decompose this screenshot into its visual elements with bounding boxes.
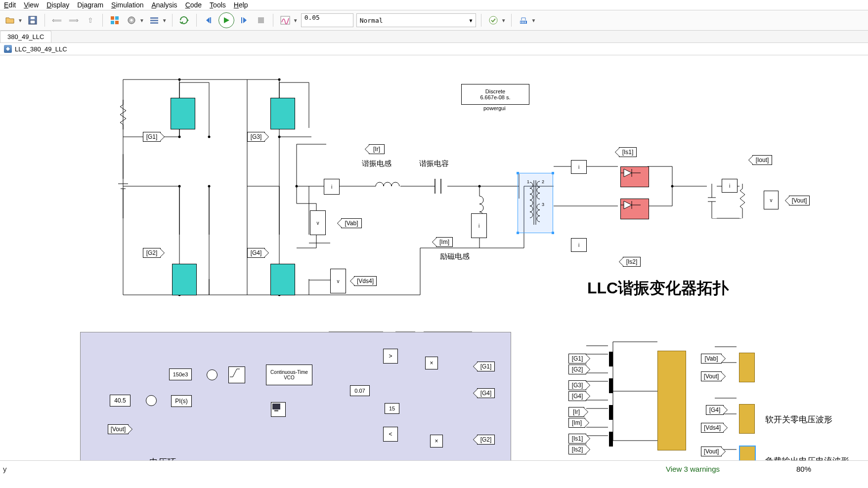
menu-display[interactable]: Display	[46, 1, 69, 9]
menu-view[interactable]: View	[24, 1, 39, 9]
mux1[interactable]	[609, 352, 613, 366]
saturation-block[interactable]	[228, 366, 245, 383]
current-meas-is2[interactable]: i	[571, 238, 587, 252]
sc2-vout[interactable]: [Vout]	[701, 371, 722, 381]
const-k1[interactable]: 0.07	[350, 385, 370, 396]
log-signals-icon[interactable]	[147, 13, 161, 27]
model-config-icon[interactable]	[125, 13, 138, 27]
sc4-vout[interactable]: [Vout]	[701, 447, 722, 456]
sc3-g4[interactable]: [G4]	[706, 405, 724, 415]
check-dropdown-icon[interactable]: ▼	[501, 18, 506, 23]
sc-g4[interactable]: [G4]	[568, 391, 586, 401]
mosfet-q2[interactable]	[172, 264, 197, 295]
sc2-vab[interactable]: [Vab]	[701, 354, 722, 364]
model-tab[interactable]: 380_49_LLC	[0, 31, 51, 42]
sc-g1[interactable]: [G1]	[568, 354, 586, 364]
menu-edit[interactable]: EEditdit	[4, 1, 16, 9]
output-capacitor[interactable]	[707, 184, 717, 218]
tag-g1-from[interactable]: [G1]	[143, 132, 161, 142]
sc3-vds4[interactable]: [Vds4]	[701, 423, 724, 433]
product2[interactable]: ×	[430, 435, 443, 447]
scope-small[interactable]	[271, 402, 286, 417]
tag-ir-goto[interactable]: [Ir]	[369, 144, 385, 154]
fast-restart-icon[interactable]	[177, 13, 191, 27]
forward-icon[interactable]: ⟹	[67, 13, 81, 27]
menu-diagram[interactable]: Diagram	[77, 1, 103, 9]
menu-analysis[interactable]: Analysis	[151, 1, 177, 9]
scope-zvs[interactable]	[739, 404, 755, 434]
compare-lt[interactable]: <	[383, 427, 398, 442]
current-meas-iout[interactable]: i	[722, 179, 738, 193]
build-icon[interactable]	[517, 13, 530, 27]
tag-g3-from[interactable]: [G3]	[247, 132, 265, 142]
mux4[interactable]	[609, 432, 613, 447]
save-icon[interactable]	[26, 13, 40, 27]
menu-help[interactable]: Help	[234, 1, 248, 9]
model-canvas[interactable]: [G1] [G2] [G3] [G4] [Ir] [Im] [Vab] [Vds…	[0, 55, 868, 460]
check-icon[interactable]	[486, 13, 500, 27]
up-icon[interactable]: ⇧	[84, 13, 97, 27]
voltage-meas-vout[interactable]: v	[764, 191, 779, 209]
stop-time-input[interactable]: 0.05	[301, 13, 353, 27]
scope-load[interactable]	[739, 446, 756, 460]
menu-code[interactable]: Code	[185, 1, 202, 9]
tag-vout-from[interactable]: [Vout]	[108, 424, 129, 434]
back-icon[interactable]: ⟸	[50, 13, 64, 27]
status-warnings[interactable]: View 3 warnings	[646, 465, 739, 473]
voltage-meas-vds4[interactable]: v	[330, 269, 346, 293]
diode-d2[interactable]	[620, 199, 649, 219]
sc-g3[interactable]: [G3]	[568, 380, 586, 390]
current-meas-im[interactable]: i	[471, 213, 487, 238]
sc-ir[interactable]: [Ir]	[568, 407, 584, 417]
signal-plot-icon[interactable]	[278, 13, 292, 27]
log-dropdown-icon[interactable]: ▼	[162, 18, 167, 23]
sim-mode-select[interactable]: Normal▼	[356, 13, 476, 27]
mux2[interactable]	[609, 378, 613, 393]
mosfet-q3[interactable]	[270, 98, 295, 129]
const-f0[interactable]: 150e3	[169, 368, 192, 380]
tag-g2-from[interactable]: [G2]	[143, 248, 161, 258]
tag-g1-goto[interactable]: [G1]	[477, 362, 495, 371]
sc-is2[interactable]: [Is2]	[568, 445, 586, 454]
open-icon[interactable]	[3, 13, 17, 27]
run-button[interactable]	[218, 12, 234, 28]
breadcrumb-model[interactable]: LLC_380_49_LLC	[15, 45, 67, 53]
product1[interactable]: ×	[425, 357, 438, 369]
menu-tools[interactable]: Tools	[210, 1, 226, 9]
build-dropdown-icon[interactable]: ▼	[531, 18, 536, 23]
tag-vout-goto[interactable]: [Vout]	[789, 196, 810, 205]
stop-button[interactable]	[254, 13, 268, 27]
current-meas-ir[interactable]: i	[324, 179, 340, 195]
config-dropdown-icon[interactable]: ▼	[139, 18, 144, 23]
compare-gt[interactable]: >	[383, 349, 398, 364]
transformer-block[interactable]: 123	[523, 177, 547, 228]
sc-g2[interactable]: [G2]	[568, 365, 586, 374]
step-forward-icon[interactable]	[237, 13, 251, 27]
sc-im[interactable]: [Im]	[568, 418, 585, 428]
const-ref[interactable]: 40.5	[110, 395, 130, 407]
mosfet-q1[interactable]	[171, 98, 195, 129]
sum-freq[interactable]	[207, 369, 217, 380]
mosfet-q4[interactable]	[270, 264, 295, 295]
tag-g4-goto[interactable]: [G4]	[477, 388, 495, 398]
voltage-meas-vab[interactable]: v	[310, 210, 326, 235]
tag-im-goto[interactable]: [Im]	[436, 237, 453, 247]
tag-is2-goto[interactable]: [Is2]	[623, 257, 641, 267]
tag-g2-goto[interactable]: [G2]	[477, 435, 495, 445]
tag-is1-goto[interactable]: [Is1]	[619, 147, 637, 157]
diode-d1[interactable]	[620, 166, 649, 187]
load-resistor[interactable]	[739, 184, 745, 218]
mux3[interactable]	[609, 405, 613, 420]
tag-vab-goto[interactable]: [Vab]	[341, 218, 362, 228]
tag-iout-goto[interactable]: [Iout]	[752, 155, 772, 165]
powergui-block[interactable]: Discrete 6.667e-08 s.	[461, 84, 529, 105]
vco-block[interactable]: Continuous-Time VCO	[266, 365, 312, 385]
plot-dropdown-icon[interactable]: ▼	[293, 18, 298, 23]
menu-simulation[interactable]: Simulation	[111, 1, 143, 9]
sum-ref[interactable]	[146, 395, 157, 406]
library-browser-icon[interactable]	[108, 13, 122, 27]
step-back-icon[interactable]	[202, 13, 216, 27]
tag-vds4-goto[interactable]: [Vds4]	[354, 276, 377, 286]
scope-main[interactable]	[657, 351, 686, 450]
open-dropdown-icon[interactable]: ▼	[18, 18, 23, 23]
